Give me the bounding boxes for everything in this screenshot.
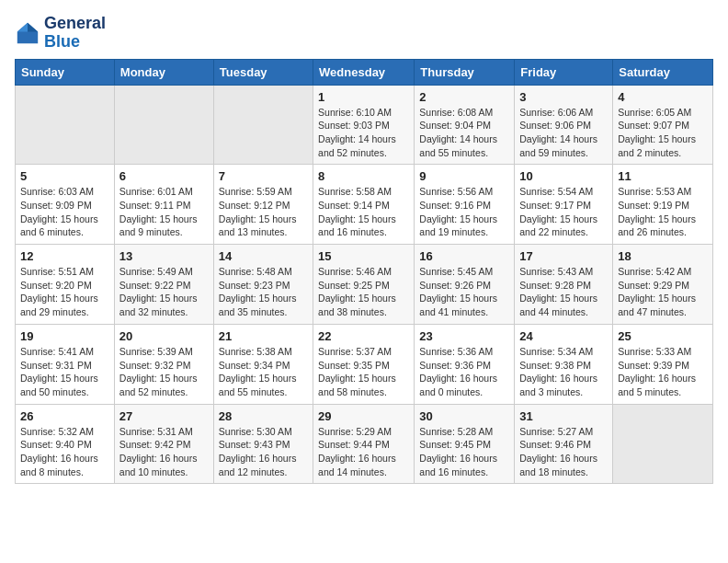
day-info: Sunrise: 5:32 AM Sunset: 9:40 PM Dayligh… (20, 425, 109, 479)
calendar-cell: 21Sunrise: 5:38 AM Sunset: 9:34 PM Dayli… (213, 324, 313, 404)
day-info: Sunrise: 5:34 AM Sunset: 9:38 PM Dayligh… (519, 345, 608, 399)
calendar-cell: 30Sunrise: 5:28 AM Sunset: 9:45 PM Dayli… (415, 404, 515, 484)
day-info: Sunrise: 5:33 AM Sunset: 9:39 PM Dayligh… (618, 345, 708, 399)
day-info: Sunrise: 5:30 AM Sunset: 9:43 PM Dayligh… (219, 425, 308, 479)
day-info: Sunrise: 5:53 AM Sunset: 9:19 PM Dayligh… (618, 185, 708, 239)
day-number: 1 (318, 90, 409, 104)
calendar-week-row: 5Sunrise: 6:03 AM Sunset: 9:09 PM Daylig… (16, 165, 713, 245)
weekday-header-sunday: Sunday (16, 59, 115, 85)
logo-text: General Blue (44, 15, 106, 52)
day-number: 7 (219, 169, 308, 183)
day-number: 11 (618, 169, 708, 183)
calendar-cell: 9Sunrise: 5:56 AM Sunset: 9:16 PM Daylig… (415, 165, 515, 245)
weekday-header-saturday: Saturday (613, 59, 713, 85)
day-number: 23 (419, 329, 509, 343)
weekday-header-friday: Friday (515, 59, 613, 85)
calendar-cell: 8Sunrise: 5:58 AM Sunset: 9:14 PM Daylig… (313, 165, 415, 245)
svg-marker-2 (17, 23, 28, 32)
day-number: 24 (519, 329, 608, 343)
calendar-week-row: 26Sunrise: 5:32 AM Sunset: 9:40 PM Dayli… (16, 404, 713, 484)
logo: General Blue (15, 15, 106, 52)
calendar-week-row: 19Sunrise: 5:41 AM Sunset: 9:31 PM Dayli… (16, 324, 713, 404)
day-number: 8 (318, 169, 409, 183)
logo-icon (15, 20, 40, 46)
calendar-cell: 26Sunrise: 5:32 AM Sunset: 9:40 PM Dayli… (16, 404, 115, 484)
calendar-cell: 11Sunrise: 5:53 AM Sunset: 9:19 PM Dayli… (613, 165, 713, 245)
day-info: Sunrise: 5:28 AM Sunset: 9:45 PM Dayligh… (419, 425, 509, 479)
calendar-cell (16, 85, 115, 165)
day-info: Sunrise: 5:36 AM Sunset: 9:36 PM Dayligh… (419, 345, 509, 399)
day-number: 15 (318, 249, 409, 263)
calendar-cell: 4Sunrise: 6:05 AM Sunset: 9:07 PM Daylig… (613, 85, 713, 165)
day-number: 10 (519, 169, 608, 183)
calendar-cell: 20Sunrise: 5:39 AM Sunset: 9:32 PM Dayli… (114, 324, 213, 404)
day-info: Sunrise: 5:49 AM Sunset: 9:22 PM Dayligh… (119, 265, 209, 319)
weekday-header-row: SundayMondayTuesdayWednesdayThursdayFrid… (16, 59, 713, 85)
calendar-cell: 6Sunrise: 6:01 AM Sunset: 9:11 PM Daylig… (114, 165, 213, 245)
calendar-cell: 13Sunrise: 5:49 AM Sunset: 9:22 PM Dayli… (114, 245, 213, 325)
weekday-header-monday: Monday (114, 59, 213, 85)
day-number: 18 (618, 249, 708, 263)
calendar-cell (114, 85, 213, 165)
day-info: Sunrise: 5:31 AM Sunset: 9:42 PM Dayligh… (119, 425, 209, 479)
calendar-cell: 25Sunrise: 5:33 AM Sunset: 9:39 PM Dayli… (613, 324, 713, 404)
page-header: General Blue (15, 15, 713, 52)
day-number: 9 (419, 169, 509, 183)
calendar-cell: 23Sunrise: 5:36 AM Sunset: 9:36 PM Dayli… (415, 324, 515, 404)
day-number: 16 (419, 249, 509, 263)
calendar-cell: 12Sunrise: 5:51 AM Sunset: 9:20 PM Dayli… (16, 245, 115, 325)
calendar-cell: 5Sunrise: 6:03 AM Sunset: 9:09 PM Daylig… (16, 165, 115, 245)
calendar-cell (213, 85, 313, 165)
calendar-cell: 18Sunrise: 5:42 AM Sunset: 9:29 PM Dayli… (613, 245, 713, 325)
day-info: Sunrise: 5:38 AM Sunset: 9:34 PM Dayligh… (219, 345, 308, 399)
day-number: 28 (219, 409, 308, 423)
day-info: Sunrise: 5:29 AM Sunset: 9:44 PM Dayligh… (318, 425, 409, 479)
day-info: Sunrise: 5:42 AM Sunset: 9:29 PM Dayligh… (618, 265, 708, 319)
day-info: Sunrise: 5:48 AM Sunset: 9:23 PM Dayligh… (219, 265, 308, 319)
calendar-cell: 17Sunrise: 5:43 AM Sunset: 9:28 PM Dayli… (515, 245, 613, 325)
calendar-table: SundayMondayTuesdayWednesdayThursdayFrid… (15, 59, 713, 485)
weekday-header-tuesday: Tuesday (213, 59, 313, 85)
day-number: 13 (119, 249, 209, 263)
day-info: Sunrise: 6:10 AM Sunset: 9:03 PM Dayligh… (318, 106, 409, 160)
weekday-header-wednesday: Wednesday (313, 59, 415, 85)
day-number: 21 (219, 329, 308, 343)
day-info: Sunrise: 5:45 AM Sunset: 9:26 PM Dayligh… (419, 265, 509, 319)
svg-marker-1 (28, 23, 38, 32)
calendar-cell: 19Sunrise: 5:41 AM Sunset: 9:31 PM Dayli… (16, 324, 115, 404)
weekday-header-thursday: Thursday (415, 59, 515, 85)
day-info: Sunrise: 6:06 AM Sunset: 9:06 PM Dayligh… (519, 106, 608, 160)
day-info: Sunrise: 5:58 AM Sunset: 9:14 PM Dayligh… (318, 185, 409, 239)
day-number: 12 (20, 249, 109, 263)
day-info: Sunrise: 6:01 AM Sunset: 9:11 PM Dayligh… (119, 185, 209, 239)
day-info: Sunrise: 5:54 AM Sunset: 9:17 PM Dayligh… (519, 185, 608, 239)
day-number: 17 (519, 249, 608, 263)
day-number: 30 (419, 409, 509, 423)
day-number: 19 (20, 329, 109, 343)
day-number: 20 (119, 329, 209, 343)
day-info: Sunrise: 5:51 AM Sunset: 9:20 PM Dayligh… (20, 265, 109, 319)
day-number: 31 (519, 409, 608, 423)
calendar-cell: 27Sunrise: 5:31 AM Sunset: 9:42 PM Dayli… (114, 404, 213, 484)
day-info: Sunrise: 5:59 AM Sunset: 9:12 PM Dayligh… (219, 185, 308, 239)
calendar-cell: 3Sunrise: 6:06 AM Sunset: 9:06 PM Daylig… (515, 85, 613, 165)
calendar-cell: 31Sunrise: 5:27 AM Sunset: 9:46 PM Dayli… (515, 404, 613, 484)
day-info: Sunrise: 5:43 AM Sunset: 9:28 PM Dayligh… (519, 265, 608, 319)
day-number: 4 (618, 90, 708, 104)
day-number: 2 (419, 90, 509, 104)
day-info: Sunrise: 6:08 AM Sunset: 9:04 PM Dayligh… (419, 106, 509, 160)
day-info: Sunrise: 5:39 AM Sunset: 9:32 PM Dayligh… (119, 345, 209, 399)
day-number: 14 (219, 249, 308, 263)
calendar-cell: 15Sunrise: 5:46 AM Sunset: 9:25 PM Dayli… (313, 245, 415, 325)
day-number: 3 (519, 90, 608, 104)
calendar-week-row: 1Sunrise: 6:10 AM Sunset: 9:03 PM Daylig… (16, 85, 713, 165)
calendar-cell: 24Sunrise: 5:34 AM Sunset: 9:38 PM Dayli… (515, 324, 613, 404)
calendar-cell: 2Sunrise: 6:08 AM Sunset: 9:04 PM Daylig… (415, 85, 515, 165)
calendar-week-row: 12Sunrise: 5:51 AM Sunset: 9:20 PM Dayli… (16, 245, 713, 325)
day-number: 25 (618, 329, 708, 343)
day-info: Sunrise: 5:37 AM Sunset: 9:35 PM Dayligh… (318, 345, 409, 399)
calendar-cell: 16Sunrise: 5:45 AM Sunset: 9:26 PM Dayli… (415, 245, 515, 325)
day-number: 5 (20, 169, 109, 183)
day-number: 22 (318, 329, 409, 343)
day-number: 29 (318, 409, 409, 423)
